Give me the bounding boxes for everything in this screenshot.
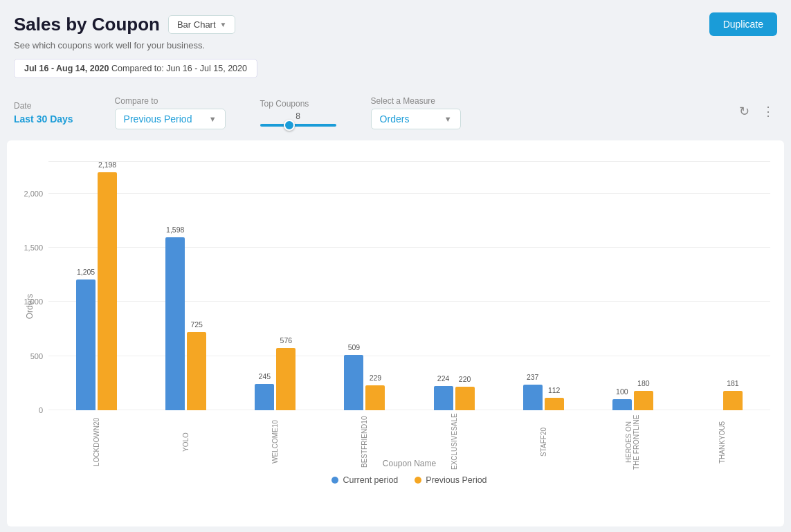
x-label: WELCOME10 <box>255 414 296 472</box>
bar-label: 181 <box>727 379 739 387</box>
chart-container: Orders 2,000 1,500 1,000 500 0 1,205 <box>7 140 784 526</box>
top-coupons-slider[interactable] <box>260 124 336 127</box>
chevron-down-icon: ▼ <box>209 115 217 123</box>
bar-label: 229 <box>370 374 382 382</box>
refresh-button[interactable]: ↻ <box>736 101 752 122</box>
legend-current-label: Current period <box>343 475 398 485</box>
bar-previous <box>723 391 743 410</box>
bar-current <box>76 279 96 410</box>
date-range-badge: Jul 16 - Aug 14, 2020 Compared to: Jun 1… <box>14 59 257 78</box>
x-label: THANKYOU5 <box>701 414 743 472</box>
chevron-down-icon: ▼ <box>444 115 452 123</box>
bar-label: 2,198 <box>98 160 116 169</box>
x-label: STAFF20 <box>522 414 564 472</box>
chevron-down-icon: ▼ <box>220 21 227 28</box>
x-label: HEROES ON THE FRONTLINE <box>612 414 653 472</box>
bar-label: 237 <box>527 373 539 381</box>
bar-label: 220 <box>459 375 471 383</box>
more-options-button[interactable]: ⋮ <box>759 101 777 122</box>
chart-legend: Current period Previous Period <box>48 475 770 485</box>
bar-current <box>165 237 185 410</box>
legend-dot-blue <box>331 477 338 484</box>
bar-group-exclusivesale: 224 220 <box>434 161 475 410</box>
chart-type-button[interactable]: Bar Chart ▼ <box>168 15 236 34</box>
page-subtitle: See which coupons work well for your bus… <box>14 40 777 51</box>
date-range-current: Jul 16 - Aug 14, 2020 <box>24 64 109 73</box>
bar-label: 245 <box>259 372 271 380</box>
x-axis-labels: LOCKDOWN20 YOLO WELCOME10 BESTFRIEND10 E… <box>48 414 770 472</box>
legend-dot-orange <box>415 477 421 484</box>
bar-previous <box>545 398 564 410</box>
x-label: LOCKDOWN20 <box>76 414 118 472</box>
bar-label: 180 <box>637 379 650 387</box>
bar-group-thankyou5: 181 <box>702 161 743 410</box>
bar-previous <box>455 387 475 410</box>
compare-to-label: Compare to <box>115 96 226 106</box>
measure-value: Orders <box>380 113 410 125</box>
x-label: EXCLUSIVESALE <box>433 414 475 472</box>
top-coupons-label: Top Coupons <box>260 99 336 109</box>
date-filter-value[interactable]: Last 30 Days <box>14 113 73 125</box>
x-label: YOLO <box>165 414 207 472</box>
legend-previous: Previous Period <box>415 475 487 485</box>
bar-label: 576 <box>280 336 293 345</box>
bar-current-empty <box>702 409 721 410</box>
bar-previous <box>634 391 653 410</box>
bar-label: 1,598 <box>166 226 184 234</box>
bar-label: 112 <box>548 386 561 394</box>
bar-label: 100 <box>616 387 628 396</box>
duplicate-button[interactable]: Duplicate <box>709 12 777 36</box>
compare-to-dropdown[interactable]: Previous Period ▼ <box>115 109 226 129</box>
legend-current: Current period <box>331 475 398 485</box>
date-label: Date <box>14 101 73 111</box>
bar-previous <box>365 385 385 410</box>
chart-type-label: Bar Chart <box>177 19 216 30</box>
page-title: Sales by Coupon <box>14 14 160 35</box>
x-label: BESTFRIEND10 <box>344 414 385 472</box>
bar-previous <box>276 348 296 410</box>
date-range-compared: Jun 16 - Jul 15, 2020 <box>166 64 247 73</box>
bar-group-yolo: 1,598 725 <box>165 161 206 410</box>
measure-dropdown[interactable]: Orders ▼ <box>371 109 461 129</box>
bar-previous <box>98 172 117 410</box>
bar-group-bestfriend10: 509 229 <box>344 161 385 410</box>
bars-container: 1,205 2,198 1,598 <box>48 161 770 410</box>
chart-area: 2,000 1,500 1,000 500 0 1,205 2,198 <box>48 161 770 410</box>
bar-current <box>612 399 632 410</box>
bar-previous <box>187 332 206 410</box>
bar-group-lockdown20: 1,205 2,198 <box>76 161 117 410</box>
bar-label: 725 <box>190 320 203 329</box>
bar-group-welcome10: 245 576 <box>255 161 296 410</box>
measure-label: Select a Measure <box>371 96 461 106</box>
bar-label: 1,205 <box>77 268 95 276</box>
compare-to-value: Previous Period <box>124 113 192 125</box>
date-range-compared-label: Compared to: <box>111 64 164 73</box>
bar-current <box>523 385 543 410</box>
bar-group-staff20: 237 112 <box>523 161 564 410</box>
bar-current <box>344 355 363 410</box>
bar-label: 224 <box>437 374 450 383</box>
bar-label: 509 <box>348 343 361 351</box>
legend-previous-label: Previous Period <box>426 475 487 485</box>
bar-current <box>255 384 274 410</box>
bar-current <box>434 386 453 410</box>
bar-group-heroes: 100 180 <box>612 161 653 410</box>
